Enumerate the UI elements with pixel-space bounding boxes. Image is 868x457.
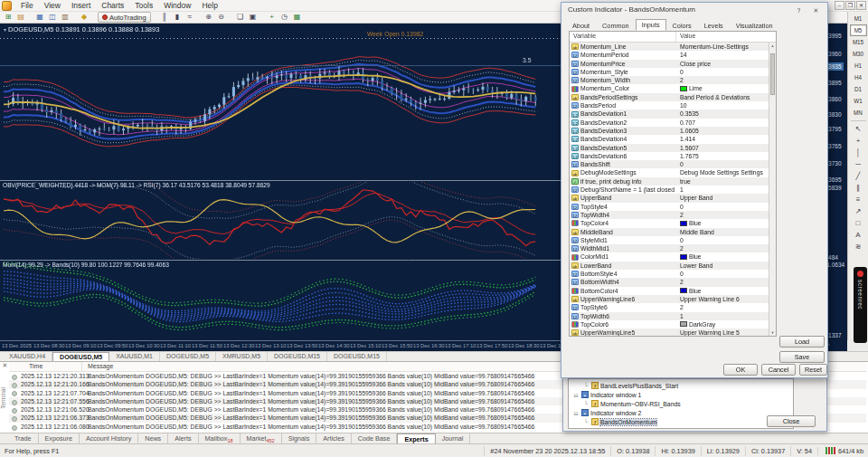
- new-order-icon[interactable]: ◆: [79, 13, 90, 23]
- chart-tab[interactable]: DOGEUSD,M15: [268, 352, 327, 361]
- zoom-out-icon[interactable]: ⊖: [216, 13, 227, 23]
- input-row[interactable]: BottomColor4 Blue: [570, 287, 769, 295]
- terminal-tab[interactable]: Articles: [316, 433, 352, 443]
- template-icon[interactable]: ▦: [292, 13, 303, 23]
- indicator-tree-item[interactable]: └ Momentum~OBV-RSI_Bands: [572, 399, 793, 408]
- close-icon[interactable]: ✕: [1, 362, 9, 369]
- input-row[interactable]: Momentum_Style 0: [570, 68, 769, 76]
- periods-icon[interactable]: ◷: [279, 13, 290, 23]
- chevron-down-icon[interactable]: ▾: [4, 27, 6, 33]
- save-button[interactable]: Save: [779, 351, 825, 363]
- input-row[interactable]: BandsPeriod 10: [570, 101, 769, 109]
- input-row[interactable]: BandsShift 0: [570, 160, 769, 168]
- restore-icon[interactable]: ❐: [845, 1, 855, 10]
- input-row[interactable]: BandsPeriodSettings Band Period & Deviat…: [570, 93, 769, 101]
- menu-item[interactable]: File: [15, 1, 39, 10]
- input-row[interactable]: TopWidth6 1: [570, 312, 769, 320]
- menu-item[interactable]: View: [39, 1, 66, 10]
- timeframe-button[interactable]: W1: [850, 95, 867, 107]
- input-row[interactable]: Momentum_Color Lime: [570, 84, 769, 92]
- terminal-tab[interactable]: Journal: [436, 433, 471, 443]
- reset-button[interactable]: Reset: [799, 364, 827, 376]
- terminal-tab[interactable]: Market452: [241, 433, 282, 443]
- terminal-tab[interactable]: Mailbox18: [199, 433, 241, 443]
- dialog-tab[interactable]: Visualization: [730, 20, 779, 31]
- chart-tab[interactable]: DOGEUSD,M5: [160, 352, 216, 361]
- cycle-lines-icon[interactable]: ≋: [850, 241, 867, 252]
- input-row[interactable]: if true, print debug info true: [570, 177, 769, 186]
- timeframe-button[interactable]: MN: [850, 107, 867, 119]
- input-row[interactable]: DebugModeSettings Debug Mode Settings Se…: [570, 168, 769, 176]
- channel-icon[interactable]: ∥: [850, 182, 867, 194]
- tree-expander-icon[interactable]: ⊟: [572, 392, 580, 398]
- crosshair-icon[interactable]: +: [850, 135, 867, 147]
- input-row[interactable]: TopStyle6 2: [570, 303, 769, 311]
- ok-button[interactable]: OK: [723, 364, 758, 376]
- terminal-tab[interactable]: Exposure: [39, 433, 80, 443]
- timeframe-button[interactable]: M5: [850, 24, 867, 36]
- arrange-windows-icon[interactable]: ❏: [235, 13, 246, 23]
- input-row[interactable]: UpperBand Upper Band: [570, 194, 769, 202]
- tile-windows-icon[interactable]: ▣: [248, 13, 259, 23]
- new-chart-icon[interactable]: ⊞: [3, 13, 14, 23]
- terminal-tab[interactable]: Alerts: [168, 433, 198, 443]
- horizontal-line-icon[interactable]: ─: [850, 158, 867, 170]
- input-row[interactable]: TopColor6 DarkGray: [570, 320, 769, 328]
- terminal-tab[interactable]: Experts: [397, 433, 435, 443]
- minimize-icon[interactable]: –: [835, 1, 844, 10]
- timeframe-button[interactable]: M1: [850, 13, 867, 24]
- input-row[interactable]: BandsDeviation4 1.414: [570, 135, 769, 143]
- timeframe-button[interactable]: H4: [850, 71, 867, 83]
- indicator-tree-item[interactable]: ⊟ Indicator window 1: [572, 390, 793, 399]
- input-row[interactable]: UpperWarningLine6 Upper Warning Line 6: [570, 295, 769, 303]
- input-row[interactable]: BandsDeviation3 1.0605: [570, 127, 769, 135]
- market-watch-icon[interactable]: ▦: [34, 13, 45, 23]
- terminal-tab[interactable]: Signals: [282, 433, 317, 443]
- tree-expander-icon[interactable]: └: [582, 419, 590, 424]
- menu-item[interactable]: Help: [196, 1, 222, 10]
- tree-expander-icon[interactable]: └: [582, 383, 590, 388]
- scroll-up-icon[interactable]: ▲: [769, 43, 776, 48]
- input-row[interactable]: BandsDeviation2 0.707: [570, 119, 769, 127]
- chart-tab[interactable]: DOGEUSD,M5: [52, 352, 109, 361]
- candlestick-chart-icon[interactable]: ▮: [172, 13, 183, 23]
- vertical-line-icon[interactable]: │: [850, 147, 867, 158]
- input-row[interactable]: BandsDeviation6 1.7675: [570, 152, 769, 160]
- input-row[interactable]: TopWidth4 2: [570, 211, 769, 219]
- input-row[interactable]: TopStyle4 0: [570, 203, 769, 211]
- bar-chart-icon[interactable]: ║: [159, 13, 170, 23]
- chart-tab[interactable]: XMRUSD,M5: [216, 352, 268, 361]
- input-row[interactable]: ColorMid1 Blue: [570, 252, 769, 261]
- load-button[interactable]: Load: [779, 336, 825, 348]
- terminal-tab[interactable]: Trade: [8, 433, 39, 443]
- text-icon[interactable]: A: [850, 229, 867, 241]
- navigator-icon[interactable]: ▥: [60, 13, 71, 23]
- timeframe-button[interactable]: M30: [850, 48, 867, 60]
- cursor-icon[interactable]: ↖: [850, 123, 867, 135]
- input-row[interactable]: TopColor4 Blue: [570, 219, 769, 227]
- menu-item[interactable]: Insert: [66, 1, 96, 10]
- shapes-icon[interactable]: □: [850, 217, 867, 229]
- terminal-tab[interactable]: Code Base: [352, 433, 398, 443]
- dialog-tab[interactable]: Levels: [698, 20, 730, 31]
- input-row[interactable]: MiddleBand Middle Band: [570, 228, 769, 236]
- trendline-icon[interactable]: ╱: [850, 170, 867, 182]
- close-button[interactable]: Close: [767, 415, 816, 427]
- input-row[interactable]: Momentum_Width 2: [570, 76, 769, 84]
- input-row[interactable]: MomentumPrice Close price: [570, 60, 769, 68]
- zoom-in-icon[interactable]: ⊕: [203, 13, 214, 23]
- input-row[interactable]: MomentumPeriod 14: [570, 51, 769, 59]
- input-row[interactable]: Debug/ShortName = 1 (last closed bar) 1: [570, 186, 769, 194]
- screen-recorder-widget[interactable]: screenrec: [854, 267, 867, 343]
- input-row[interactable]: StyleMid1 0: [570, 236, 769, 244]
- chart-tab[interactable]: XAUUSD,M1: [109, 352, 160, 361]
- fibonacci-icon[interactable]: ≡: [850, 194, 867, 205]
- autotrading-button[interactable]: AutoTrading: [98, 12, 151, 23]
- input-row[interactable]: BottomStyle4 0: [570, 270, 769, 278]
- help-icon[interactable]: ?: [792, 5, 806, 15]
- input-row[interactable]: Momentum_Line Momentum-Line-Settings: [570, 43, 769, 51]
- tree-expander-icon[interactable]: ⊟: [572, 410, 580, 416]
- chart-tab[interactable]: XAUUSD,H4: [3, 352, 52, 361]
- input-row[interactable]: WidthMid1 2: [570, 244, 769, 252]
- timeframe-button[interactable]: D1: [850, 83, 867, 95]
